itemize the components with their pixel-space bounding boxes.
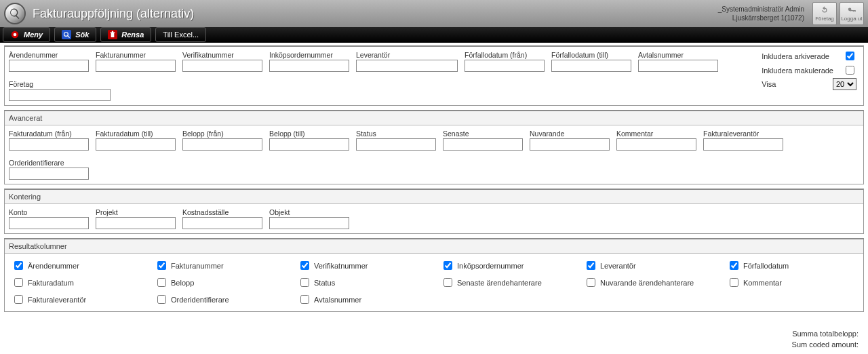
select-visa[interactable]: 20: [833, 78, 856, 90]
resultcol-checkbox[interactable]: [587, 261, 595, 270]
input-belopp-fran[interactable]: [182, 138, 262, 151]
resultcol-label: Kommentar: [743, 279, 782, 287]
resultcol-checkbox[interactable]: [300, 261, 309, 270]
resultcol-checkbox[interactable]: [730, 261, 738, 270]
input-leverantor[interactable]: [356, 60, 458, 72]
resultcol-checkbox[interactable]: [157, 278, 166, 287]
input-foretag[interactable]: [9, 89, 111, 101]
label-fakturaleverantor: Fakturaleverantör: [703, 130, 783, 138]
label-leverantor: Leverantör: [356, 51, 458, 59]
svg-point-1: [14, 33, 17, 37]
check-ink-arkiverade[interactable]: [846, 52, 854, 60]
label-forfallo-till: Förfallodatum (till): [551, 51, 631, 59]
to-excel-label: Till Excel...: [163, 31, 199, 39]
resultcol-item[interactable]: Ärendenummer: [12, 259, 141, 272]
kontering-panel: Kontering Konto Projekt Kostnadsställe O…: [4, 189, 864, 234]
input-kostnadsstalle[interactable]: [182, 217, 262, 229]
resultcol-item[interactable]: Senaste ärendehanterare: [441, 276, 570, 289]
resultcol-item[interactable]: Inköpsordernummer: [441, 259, 570, 272]
resultcol-checkbox[interactable]: [300, 278, 309, 287]
advanced-title: Avancerat: [5, 111, 863, 125]
resultcol-item[interactable]: Belopp: [155, 276, 284, 289]
search-button-label: Sök: [75, 31, 89, 39]
search-button[interactable]: Sök: [54, 27, 96, 42]
resultcol-item[interactable]: Kommentar: [727, 276, 856, 289]
resultcol-checkbox[interactable]: [157, 261, 166, 270]
label-belopp-fran: Belopp (från): [182, 130, 262, 138]
resultcol-item[interactable]: Nuvarande ärendehanterare: [584, 276, 713, 289]
input-arendenummer[interactable]: [9, 60, 89, 72]
resultcol-checkbox[interactable]: [300, 295, 309, 304]
menu-icon: [10, 30, 20, 39]
resultcol-item[interactable]: Leverantör: [584, 259, 713, 272]
resultcol-label: Inköpsordernummer: [457, 262, 524, 270]
input-fakturadatum-fran[interactable]: [9, 138, 89, 151]
input-verifikatnummer[interactable]: [182, 60, 262, 72]
logout-button[interactable]: Logga ut: [840, 2, 864, 25]
resultcol-checkbox[interactable]: [587, 278, 595, 287]
resultcol-checkbox[interactable]: [14, 295, 23, 304]
resultcols-title: Resultatkolumner: [5, 239, 863, 254]
resultcol-label: Fakturaleverantör: [28, 296, 86, 304]
input-projekt[interactable]: [96, 217, 176, 229]
label-belopp-till: Belopp (till): [269, 130, 349, 138]
company-button-label: Företag: [815, 16, 834, 22]
input-konto[interactable]: [9, 217, 89, 229]
input-kommentar[interactable]: [616, 138, 696, 151]
search-icon: [4, 3, 26, 24]
key-icon: [847, 5, 856, 15]
check-ink-makulerade[interactable]: [846, 66, 854, 75]
filter-panel: Ärendenummer Fakturanummer Verifikatnumm…: [4, 45, 864, 106]
label-fakturanummer: Fakturanummer: [96, 51, 176, 59]
resultcol-checkbox[interactable]: [443, 278, 452, 287]
input-objekt[interactable]: [269, 217, 349, 229]
input-orderidentifierare[interactable]: [9, 168, 89, 180]
resultcol-item[interactable]: Status: [298, 276, 427, 289]
label-nuvarande: Nuvarande: [530, 130, 610, 138]
resultcol-item[interactable]: Förfallodatum: [727, 259, 856, 272]
label-orderidentifierare: Orderidentifierare: [9, 159, 89, 167]
to-excel-button[interactable]: Till Excel...: [155, 27, 206, 42]
input-forfallo-fran[interactable]: [465, 60, 545, 72]
input-inkopsordernummer[interactable]: [269, 60, 349, 72]
resultcols-panel: Resultatkolumner ÄrendenummerFakturanumm…: [4, 238, 864, 312]
label-kostnadsstalle: Kostnadsställe: [182, 208, 262, 216]
user-info: _Systemadministratör Admin Ljuskärrsberg…: [718, 5, 804, 22]
input-fakturaleverantor[interactable]: [703, 138, 783, 151]
resultcol-label: Förfallodatum: [743, 262, 789, 270]
input-fakturadatum-till[interactable]: [96, 138, 176, 151]
clear-button[interactable]: Rensa: [100, 27, 151, 42]
input-status[interactable]: [356, 138, 436, 151]
resultcol-checkbox[interactable]: [730, 278, 738, 287]
label-kommentar: Kommentar: [616, 130, 696, 138]
input-senaste[interactable]: [443, 138, 523, 151]
resultcol-item[interactable]: Fakturaleverantör: [12, 293, 141, 306]
resultcol-item[interactable]: Avtalsnummer: [298, 293, 427, 306]
search-small-icon: [62, 30, 71, 39]
input-fakturanummer[interactable]: [96, 60, 176, 72]
input-belopp-till[interactable]: [269, 138, 349, 151]
label-avtalsnummer: Avtalsnummer: [638, 51, 718, 59]
label-inkopsordernummer: Inköpsordernummer: [269, 51, 349, 59]
menu-bar: Meny Sök Rensa Till Excel...: [0, 27, 868, 43]
resultcol-item[interactable]: Verifikatnummer: [298, 259, 427, 272]
menu-button[interactable]: Meny: [3, 27, 50, 42]
label-ink-makulerade: Inkludera makulerade: [762, 66, 833, 75]
resultcol-checkbox[interactable]: [14, 261, 23, 270]
input-nuvarande[interactable]: [530, 138, 610, 151]
svg-rect-2: [62, 30, 71, 39]
company-button[interactable]: Företag: [812, 2, 837, 25]
resultcol-checkbox[interactable]: [14, 278, 23, 287]
resultcol-label: Verifikatnummer: [314, 262, 368, 270]
input-forfallo-till[interactable]: [551, 60, 631, 72]
resultcol-item[interactable]: Fakturadatum: [12, 276, 141, 289]
user-org: Ljuskärrsberget 1(1072): [718, 14, 804, 22]
sum-total-label: Summa totalbelopp:: [792, 328, 859, 339]
resultcol-item[interactable]: Fakturanummer: [155, 259, 284, 272]
label-konto: Konto: [9, 208, 89, 216]
sum-footer: Summa totalbelopp: Sum coded amount:: [792, 328, 859, 350]
input-avtalsnummer[interactable]: [638, 60, 718, 72]
resultcol-item[interactable]: Orderidentifierare: [155, 293, 284, 306]
resultcol-checkbox[interactable]: [157, 295, 166, 304]
resultcol-checkbox[interactable]: [443, 261, 452, 270]
